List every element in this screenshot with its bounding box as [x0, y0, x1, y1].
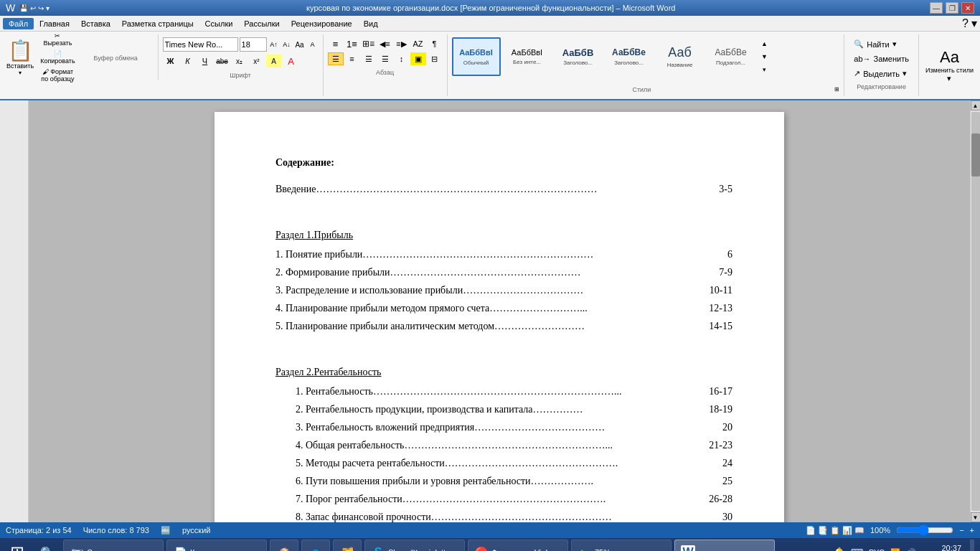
- view-mode-icons: 📄 📑 📋 📊 📖: [806, 526, 864, 535]
- taskbar-freelancer[interactable]: 🔴 Фрилансер Viol...: [468, 540, 568, 551]
- menu-review[interactable]: Рецензирование: [286, 18, 358, 29]
- style-title-preview: Ааб: [668, 45, 692, 61]
- style-subtitle[interactable]: АаБбВе Подзагол...: [707, 37, 755, 76]
- style-title[interactable]: Ааб Название: [656, 37, 705, 76]
- help-icon[interactable]: ?: [962, 17, 969, 30]
- start-button[interactable]: ⊞: [3, 540, 32, 551]
- menu-references[interactable]: Ссылки: [199, 18, 239, 29]
- minimize-button[interactable]: —: [930, 2, 943, 14]
- show-marks-button[interactable]: ¶: [427, 37, 443, 50]
- document-scroll-area[interactable]: Содержание: Введение………………………………………………………: [29, 100, 970, 522]
- taskbar-coursework1[interactable]: 📄 Курсовая по эк...: [166, 540, 267, 551]
- clipboard-label: Буфер обмена: [78, 55, 154, 62]
- align-left-button[interactable]: ☰: [328, 52, 344, 65]
- bullet-list-button[interactable]: ≡: [328, 37, 344, 50]
- font-color-button[interactable]: A: [283, 55, 299, 67]
- copy-button[interactable]: 📄 Копировать: [37, 49, 77, 66]
- zoom-in-icon[interactable]: +: [970, 526, 974, 534]
- change-styles-arrow: ▾: [947, 74, 951, 83]
- style-heading2-label: Заголово...: [614, 60, 644, 66]
- styles-expand[interactable]: ▾: [759, 64, 771, 75]
- menu-layout[interactable]: Разметка страницы: [116, 18, 199, 29]
- taskbar-skype[interactable]: S Skype™ - violett...: [364, 540, 465, 551]
- taskbar-word[interactable]: W курсовая по эко...: [674, 540, 775, 551]
- close-button[interactable]: ✕: [961, 2, 974, 14]
- borders-button[interactable]: ⊟: [427, 52, 443, 65]
- sort-button[interactable]: AZ: [410, 37, 426, 50]
- scrollbar-thumb[interactable]: [971, 133, 980, 176]
- taskbar-app3[interactable]: 📦: [270, 540, 298, 551]
- screenshots-icon: 📷: [70, 545, 84, 551]
- format-painter-button[interactable]: 🖌 Формат по образцу: [37, 67, 77, 84]
- subscript-button[interactable]: х₂: [232, 55, 248, 67]
- toc-s1-item5: 5. Планирование прибыли аналитическим ме…: [275, 319, 732, 334]
- skype-label: Skype™ - violett...: [388, 548, 452, 551]
- styles-group: АаБбВвI Обычный АаБбВвI Без инте... АаБб…: [448, 34, 845, 96]
- align-right-button[interactable]: ☰: [361, 52, 377, 65]
- shading-button[interactable]: ▣: [410, 52, 426, 65]
- menu-home[interactable]: Главная: [34, 18, 75, 29]
- cut-button[interactable]: ✂ Вырезать: [37, 31, 77, 48]
- select-button[interactable]: ↗ Выделить ▾: [849, 67, 914, 80]
- styles-scroll-down[interactable]: ▼: [759, 51, 771, 62]
- taskbar-app4[interactable]: e: [301, 540, 330, 551]
- change-styles-button[interactable]: Aa Изменить стили ▾: [922, 44, 977, 87]
- font-name-input[interactable]: [163, 37, 238, 52]
- align-center-button[interactable]: ≡: [344, 52, 360, 65]
- word-label: курсовая по эко...: [698, 548, 763, 551]
- right-scrollbar[interactable]: ▲ ▼: [970, 100, 980, 522]
- menu-mailings[interactable]: Рассылки: [238, 18, 285, 29]
- style-no-spacing[interactable]: АаБбВвI Без инте...: [503, 37, 552, 76]
- toc-s2-item3: 3. Рентабельность вложений предприятия………: [275, 420, 732, 435]
- numbered-list-button[interactable]: 1≡: [344, 37, 360, 50]
- menu-file[interactable]: Файл: [3, 18, 34, 29]
- superscript-button[interactable]: х²: [249, 55, 265, 67]
- style-normal[interactable]: АаБбВвI Обычный: [452, 37, 501, 76]
- font-size-increase-button[interactable]: A↑: [268, 39, 280, 50]
- bold-button[interactable]: Ж: [163, 55, 179, 67]
- font-size-input[interactable]: [240, 37, 267, 52]
- app4-icon: e: [312, 545, 319, 552]
- taskbar-app5[interactable]: 🗂️: [333, 540, 362, 551]
- strikethrough-button[interactable]: abe: [215, 55, 230, 67]
- increase-indent-button[interactable]: ≡▶: [394, 37, 410, 50]
- menu-insert[interactable]: Вставка: [75, 18, 116, 29]
- style-heading2[interactable]: АаБбВe Заголово...: [605, 37, 654, 76]
- zoom-out-icon[interactable]: −: [959, 526, 963, 534]
- scrollbar-track[interactable]: [971, 112, 980, 511]
- language-indicator: РУС: [869, 548, 885, 551]
- decrease-indent-button[interactable]: ◀≡: [377, 37, 393, 50]
- replace-button[interactable]: ab→ Заменить: [849, 52, 914, 65]
- text-highlight-button[interactable]: A: [266, 55, 282, 67]
- select-icon: ↗: [854, 69, 860, 78]
- zoom-slider[interactable]: [896, 524, 953, 536]
- ribbon-minimize-icon[interactable]: ▾: [971, 17, 977, 30]
- find-arrow: ▾: [892, 39, 897, 49]
- scroll-up-button[interactable]: ▲: [971, 100, 981, 110]
- show-desktop-icon[interactable]: [970, 540, 974, 551]
- styles-scroll-up[interactable]: ▲: [759, 38, 771, 50]
- font-size-decrease-button[interactable]: A↓: [281, 39, 293, 50]
- find-button[interactable]: 🔍 Найти ▾: [849, 37, 914, 51]
- justify-button[interactable]: ☰: [377, 52, 393, 65]
- italic-button[interactable]: К: [180, 55, 196, 67]
- restore-button[interactable]: ❐: [946, 2, 958, 14]
- section1-title: Раздел 1.Прибыль: [275, 227, 732, 242]
- freelancer-label: Фрилансер Viol...: [491, 548, 554, 551]
- text-effects-button[interactable]: A: [307, 39, 319, 50]
- paste-button[interactable]: 📋 Вставить ▾: [4, 37, 36, 78]
- clear-format-button[interactable]: Aa: [294, 39, 306, 50]
- multilevel-list-button[interactable]: ⊞≡: [361, 37, 377, 50]
- notification-icon: 🔔: [833, 547, 845, 551]
- scroll-down-button[interactable]: ▼: [971, 512, 981, 522]
- taskbar-partner[interactable]: ▶ 75% – напарник ...: [571, 540, 672, 551]
- taskbar-screenshots[interactable]: 📷 Снимки экрана: [63, 540, 164, 551]
- menu-view[interactable]: Вид: [358, 18, 384, 29]
- style-heading1[interactable]: АаБбВ Заголово...: [554, 37, 603, 76]
- styles-list: АаБбВвI Обычный АаБбВвI Без инте... АаБб…: [452, 37, 840, 76]
- search-button[interactable]: 🔍: [34, 540, 60, 551]
- toc-intro-text: Введение…………………………………………………………………………: [275, 182, 597, 197]
- line-spacing-button[interactable]: ↕: [394, 52, 410, 65]
- underline-button[interactable]: Ч: [197, 55, 213, 67]
- replace-label: Заменить: [874, 55, 909, 63]
